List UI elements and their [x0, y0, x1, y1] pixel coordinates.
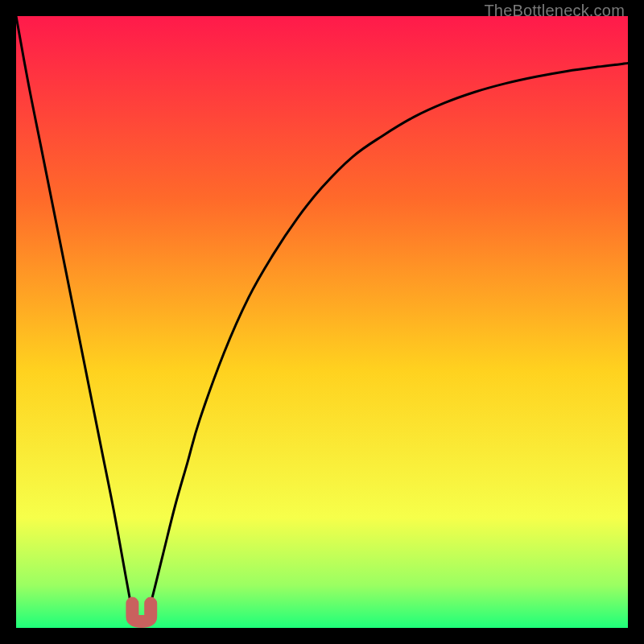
bottleneck-chart: [16, 16, 628, 628]
gradient-background: [16, 16, 628, 628]
chart-frame: [16, 16, 628, 628]
attribution-text: TheBottleneck.com: [484, 2, 625, 20]
